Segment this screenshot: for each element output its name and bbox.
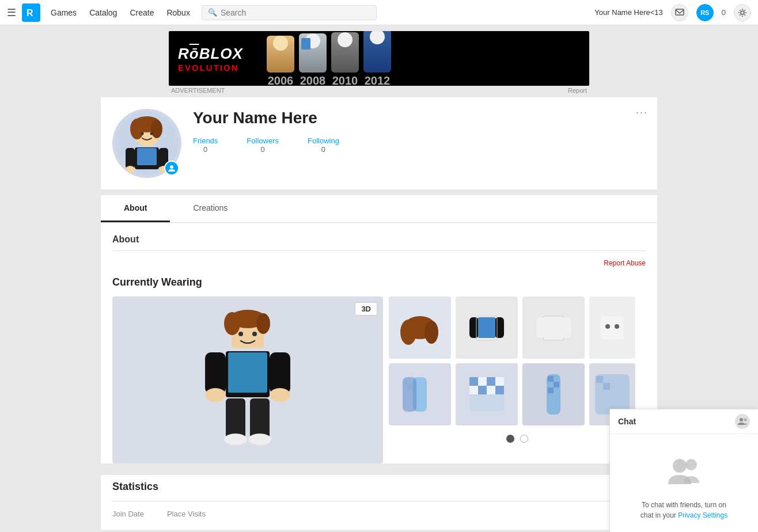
svg-rect-64 [554, 382, 559, 387]
following-stat: Following 0 [308, 136, 339, 154]
wearing-item-pants-2[interactable] [456, 363, 518, 425]
svg-rect-51 [404, 379, 408, 384]
svg-rect-67 [596, 376, 603, 383]
nav-robux[interactable]: Robux [166, 8, 190, 17]
svg-rect-56 [487, 377, 495, 386]
svg-point-15 [126, 166, 135, 173]
place-visits-label: Place Visits [167, 510, 206, 518]
friends-stat: Friends 0 [193, 136, 218, 154]
chat-header: Chat [610, 409, 758, 434]
notification-count[interactable]: 0 [722, 8, 726, 17]
profile-section: Your Name Here Friends 0 Followers 0 Fol… [101, 97, 657, 189]
ad-figure-2010: 2010 [331, 32, 359, 86]
robux-icon-button[interactable]: RS [696, 4, 714, 21]
friends-label[interactable]: Friends [193, 136, 218, 145]
svg-rect-25 [228, 352, 267, 393]
svg-rect-38 [469, 317, 479, 338]
nav-create[interactable]: Create [130, 8, 154, 17]
svg-point-72 [685, 459, 697, 470]
tab-about[interactable]: About [101, 195, 170, 222]
statistics-title: Statistics [112, 481, 646, 493]
chat-friends-icon[interactable] [735, 414, 750, 429]
svg-point-22 [238, 332, 243, 336]
svg-point-69 [740, 418, 743, 421]
nav-games[interactable]: Games [51, 8, 77, 17]
svg-rect-13 [126, 148, 135, 169]
search-input[interactable] [221, 8, 370, 17]
profile-stats: Friends 0 Followers 0 Following 0 [193, 136, 646, 154]
svg-rect-63 [548, 376, 554, 382]
followers-stat: Followers 0 [247, 136, 279, 154]
wearing-item-shirt[interactable] [522, 297, 585, 359]
settings-icon-button[interactable] [734, 4, 751, 21]
ad-figure-2006: 2006 [267, 36, 294, 86]
svg-point-23 [252, 332, 257, 336]
chat-message-line1: To chat with friends, turn on [642, 501, 726, 509]
wearing-3d-viewer: 3D [112, 297, 383, 463]
currently-wearing-title: Currently Wearing [112, 276, 646, 288]
svg-rect-52 [408, 384, 413, 389]
wearing-items-row-2 [389, 363, 646, 425]
wearing-item-hair[interactable] [389, 297, 451, 359]
about-divider [112, 250, 646, 251]
tab-creations[interactable]: Creations [170, 195, 251, 222]
svg-rect-61 [495, 386, 504, 394]
advertisement-container: RōBLOX EVOLUTION 2006 2008 [0, 25, 758, 97]
svg-rect-59 [478, 386, 487, 394]
svg-point-48 [615, 324, 619, 329]
svg-point-47 [605, 324, 610, 329]
svg-rect-12 [137, 148, 157, 165]
following-label[interactable]: Following [308, 136, 339, 145]
svg-rect-41 [478, 317, 495, 338]
wearing-3d-button[interactable]: 3D [355, 302, 377, 316]
ad-figure-2012: 2012 [363, 31, 391, 86]
wearing-item-pants-1[interactable] [389, 363, 451, 425]
followers-label[interactable]: Followers [247, 136, 279, 145]
svg-rect-2 [676, 9, 684, 15]
wearing-item-face[interactable] [589, 297, 635, 359]
robux-label: RS [700, 9, 709, 16]
tabs-bar: About Creations [101, 195, 657, 223]
svg-point-20 [224, 312, 240, 335]
svg-point-35 [400, 320, 416, 345]
svg-point-33 [248, 434, 271, 445]
profile-name: Your Name Here [193, 109, 646, 127]
svg-point-28 [205, 388, 226, 402]
svg-rect-42 [543, 316, 564, 340]
svg-rect-26 [205, 352, 226, 394]
messages-icon-button[interactable] [671, 4, 688, 21]
svg-rect-45 [562, 317, 571, 338]
wearing-item-pants-3[interactable] [522, 363, 585, 425]
ad-meta: ADVERTISEMENT Report [169, 86, 589, 95]
svg-rect-27 [270, 352, 290, 394]
svg-rect-60 [487, 386, 495, 394]
ad-report-link[interactable]: Report [568, 87, 587, 94]
hamburger-menu-icon[interactable]: ☰ [7, 6, 16, 19]
svg-point-71 [673, 459, 687, 473]
chat-message: To chat with friends, turn on chat in yo… [640, 500, 727, 520]
profile-options-dots[interactable]: ··· [636, 107, 648, 119]
pagination-dot-2[interactable] [520, 435, 528, 443]
search-bar: 🔍 [202, 5, 377, 20]
wearing-item-jacket[interactable] [456, 297, 518, 359]
svg-point-70 [744, 419, 747, 421]
report-abuse-link[interactable]: Report Abuse [112, 259, 646, 267]
no-friends-icon [664, 451, 704, 492]
username-display[interactable]: Your Name Here<13 [594, 8, 662, 17]
chat-body: To chat with friends, turn on chat in yo… [610, 434, 758, 530]
statistics-divider [112, 501, 646, 501]
svg-rect-30 [226, 398, 245, 439]
pagination-dot-1[interactable] [506, 435, 514, 443]
wearing-items-row-1 [389, 297, 646, 359]
nav-catalog[interactable]: Catalog [89, 8, 117, 17]
svg-rect-58 [469, 386, 478, 394]
ad-figures: 2006 2008 2010 2012 [261, 31, 589, 86]
avatar-badge [164, 161, 179, 176]
svg-point-32 [224, 434, 247, 445]
chat-privacy-settings-link[interactable]: Privacy Settings [678, 511, 727, 519]
chat-message-line2: chat in your [640, 511, 678, 519]
roblox-logo[interactable]: R [22, 3, 40, 22]
profile-top: Your Name Here Friends 0 Followers 0 Fol… [112, 109, 646, 178]
svg-text:R: R [26, 8, 33, 18]
profile-info: Your Name Here Friends 0 Followers 0 Fol… [193, 109, 646, 154]
